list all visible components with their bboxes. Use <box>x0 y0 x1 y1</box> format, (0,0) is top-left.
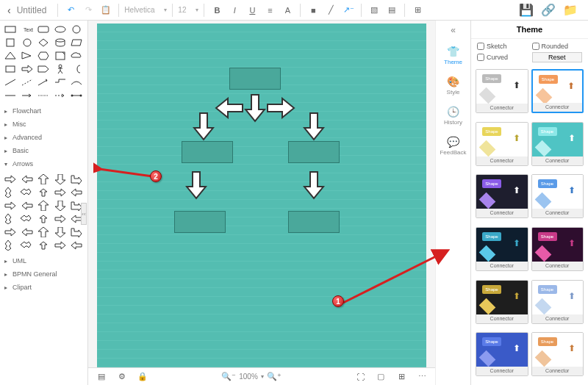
shape-line1[interactable] <box>3 76 18 88</box>
arrow-left-icon[interactable] <box>215 97 244 119</box>
rounded-checkbox[interactable]: Rounded <box>532 43 583 50</box>
arrow-shape[interactable] <box>20 200 35 212</box>
shape-triangle[interactable] <box>3 50 18 62</box>
theme-card-11[interactable]: Shape⬆Connector <box>531 332 584 376</box>
shape-conn5[interactable] <box>69 90 84 101</box>
zoom-out-button[interactable]: 🔍⁻ <box>221 370 236 384</box>
font-size-select[interactable]: 12 <box>178 6 193 14</box>
arrow-right-icon[interactable] <box>266 97 295 119</box>
category-arrows[interactable]: ▾Arrows <box>0 157 87 170</box>
category-bpmn-general[interactable]: ▸BPMN General <box>0 267 87 281</box>
arrow-shape[interactable] <box>3 226 18 238</box>
shape-square[interactable] <box>3 37 18 48</box>
shape-line5[interactable] <box>69 76 84 88</box>
shape-diamond[interactable] <box>36 37 51 48</box>
redo-button[interactable]: ↷ <box>81 3 96 18</box>
grid-button[interactable]: ⊞ <box>410 3 425 18</box>
shape-rect[interactable] <box>3 24 18 35</box>
connector-button[interactable]: ↗⁻ <box>341 3 356 18</box>
shape-parallelogram[interactable] <box>69 37 84 48</box>
shape-roundrect[interactable] <box>36 24 51 35</box>
align-button[interactable]: ≡ <box>262 3 277 18</box>
arrow-shape[interactable] <box>36 213 51 225</box>
back-button[interactable]: ‹ <box>4 4 14 16</box>
font-color-button[interactable]: A <box>280 3 295 18</box>
fill-button[interactable]: ■ <box>306 3 320 18</box>
shape-rtriangle[interactable] <box>20 50 35 62</box>
arrow-shape[interactable] <box>53 240 68 251</box>
shape-line4[interactable] <box>53 76 68 88</box>
diagram-node[interactable] <box>288 211 340 233</box>
arrow-down-icon[interactable] <box>303 170 325 200</box>
fullscreen-button[interactable]: ⛶ <box>353 370 368 384</box>
tofront-button[interactable]: ▧ <box>367 3 381 18</box>
arrow-shape[interactable] <box>53 226 68 238</box>
shape-arrow[interactable] <box>20 63 35 75</box>
category-flowchart[interactable]: ▸Flowchart <box>0 104 87 118</box>
line-button[interactable]: ╱ <box>323 3 338 18</box>
undo-button[interactable]: ↶ <box>63 3 78 18</box>
arrow-shape[interactable] <box>20 240 35 251</box>
arrow-shape[interactable] <box>36 187 51 198</box>
shape-circle[interactable] <box>69 24 84 35</box>
arrow-shape[interactable] <box>53 213 68 225</box>
arrow-down-icon[interactable] <box>185 170 207 200</box>
arrow-shape[interactable] <box>36 226 51 238</box>
curved-checkbox[interactable]: Curved <box>477 52 528 62</box>
bold-button[interactable]: B <box>209 3 224 18</box>
arrow-shape[interactable] <box>3 200 18 212</box>
paste-button[interactable]: 📋 <box>98 3 113 18</box>
shape-bracket[interactable] <box>69 63 84 75</box>
shape-conn4[interactable] <box>53 90 68 101</box>
shape-conn1[interactable] <box>3 90 18 101</box>
folder-icon[interactable]: 📁 <box>563 3 578 17</box>
arrow-shape[interactable] <box>36 200 51 212</box>
rail-theme-button[interactable]: 👕 Theme <box>439 43 468 68</box>
settings-button[interactable]: ⚙ <box>115 370 129 384</box>
arrow-shape[interactable] <box>69 226 84 238</box>
arrow-shape[interactable] <box>69 187 84 198</box>
reset-button[interactable]: Reset <box>532 52 583 62</box>
arrow-shape[interactable] <box>36 173 51 185</box>
shape-doc[interactable] <box>53 50 68 62</box>
shape-conn2[interactable] <box>20 90 35 101</box>
shape-line3[interactable] <box>36 76 51 88</box>
theme-card-1[interactable]: Shape⬆Connector <box>531 69 584 113</box>
theme-card-0[interactable]: Shape⬆Connector <box>476 69 528 113</box>
theme-card-6[interactable]: Shape⬆Connector <box>476 227 528 271</box>
arrow-shape[interactable] <box>3 213 18 225</box>
theme-card-4[interactable]: Shape⬆Connector <box>476 174 528 218</box>
diagram-node[interactable] <box>182 141 233 163</box>
arrow-shape[interactable] <box>20 226 35 238</box>
font-select[interactable]: Helvetica <box>124 6 161 14</box>
theme-card-2[interactable]: Shape⬆Connector <box>476 122 528 166</box>
shape-text[interactable]: Text <box>20 24 35 35</box>
arrow-shape[interactable] <box>3 187 18 198</box>
arrow-shape[interactable] <box>53 187 68 198</box>
gridtoggle-button[interactable]: ⊞ <box>394 370 409 384</box>
sketch-checkbox[interactable]: Sketch <box>477 43 528 50</box>
category-basic[interactable]: ▸Basic <box>0 144 87 157</box>
rail-feedback-button[interactable]: 💬 FeedBack <box>439 133 468 159</box>
shape-hexagon[interactable] <box>36 50 51 62</box>
toback-button[interactable]: ▤ <box>384 3 399 18</box>
shape-cloud[interactable] <box>69 50 84 62</box>
arrow-shape[interactable] <box>36 240 51 251</box>
document-title[interactable]: Untitled <box>17 5 47 15</box>
category-misc[interactable]: ▸Misc <box>0 118 87 131</box>
category-uml[interactable]: ▸UML <box>0 254 87 267</box>
arrow-down-icon[interactable] <box>193 112 215 141</box>
underline-button[interactable]: U <box>245 3 259 18</box>
arrow-down-icon[interactable] <box>303 112 325 141</box>
arrow-shape[interactable] <box>69 173 84 185</box>
theme-card-9[interactable]: Shape⬆Connector <box>531 280 584 324</box>
layers-button[interactable]: ▤ <box>94 370 109 384</box>
collapse-right-button[interactable]: « <box>451 25 456 35</box>
shape-actor[interactable] <box>53 63 68 75</box>
save-icon[interactable]: 💾 <box>519 3 534 17</box>
italic-button[interactable]: I <box>227 3 242 18</box>
theme-card-10[interactable]: Shape⬆Connector <box>476 332 528 376</box>
shape-circle2[interactable] <box>20 37 35 48</box>
zoom-level[interactable]: 100% <box>239 373 258 381</box>
shape-cylinder[interactable] <box>53 37 68 48</box>
